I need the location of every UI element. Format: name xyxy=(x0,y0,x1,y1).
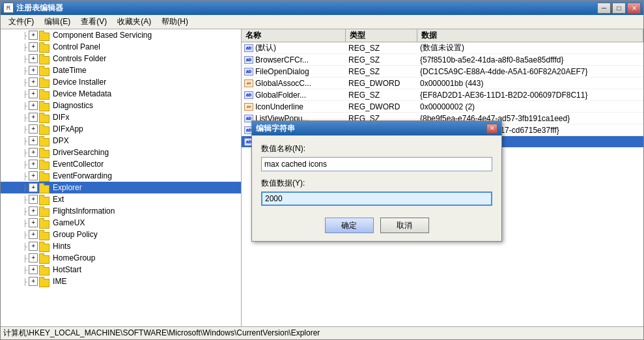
cancel-button[interactable]: 取消 xyxy=(380,218,429,233)
list-row[interactable]: ab(默认)REG_SZ(数值未设置) xyxy=(242,42,643,54)
dialog-body: 数值名称(N): 数值数据(Y): 确定 取消 xyxy=(252,135,501,241)
tree-item[interactable]: ├+EventForwarding xyxy=(1,170,241,182)
list-cell-type: REG_DWORD xyxy=(346,101,417,112)
menu-view[interactable]: 查看(V) xyxy=(76,15,112,29)
tree-item[interactable]: ├+DIFxApp xyxy=(1,123,241,135)
list-row[interactable]: abFileOpenDialogREG_SZ{DC1C5A9C-E88A-4dd… xyxy=(242,66,643,78)
list-cell-data: 0x00000002 (2) xyxy=(417,101,643,112)
tree-item-label: DPX xyxy=(53,136,69,145)
tree-item-label: Diagnostics xyxy=(53,101,93,110)
tree-item[interactable]: ├+Diagnostics xyxy=(1,100,241,111)
close-button[interactable]: ✕ xyxy=(627,3,641,14)
tree-item-label: Ext xyxy=(53,195,64,204)
tree-item-label: EventForwarding xyxy=(53,171,112,180)
dialog-title-bar: 编辑字符串 ✕ xyxy=(252,121,501,135)
list-cell-data: 0x000001bb (443) xyxy=(417,78,643,89)
list-cell-name: ##IconUnderline xyxy=(242,101,346,112)
list-cell-name: ab(默认) xyxy=(242,42,346,53)
tree-item[interactable]: ├+HotStart xyxy=(1,264,241,276)
tree-item[interactable]: ├+Explorer xyxy=(1,182,241,193)
list-cell-type: REG_DWORD xyxy=(346,78,417,89)
tree-item[interactable]: ├+Component Based Servicing xyxy=(1,29,241,41)
tree-item[interactable]: ├+Ext xyxy=(1,193,241,205)
tree-item-label: DIFx xyxy=(53,113,69,122)
tree-item[interactable]: ├+Device Installer xyxy=(1,76,241,88)
header-name[interactable]: 名称 xyxy=(242,29,346,42)
menu-bar: 文件(F) 编辑(E) 查看(V) 收藏夹(A) 帮助(H) xyxy=(1,15,643,29)
reg-icon: ## xyxy=(244,103,253,111)
menu-file[interactable]: 文件(F) xyxy=(3,15,39,29)
header-type[interactable]: 类型 xyxy=(346,29,417,42)
title-bar-buttons: ─ □ ✕ xyxy=(597,3,641,14)
tree-item-label: Control Panel xyxy=(53,42,100,51)
list-cell-type: REG_SZ xyxy=(346,54,417,65)
ok-button[interactable]: 确定 xyxy=(325,218,374,233)
folder-icon xyxy=(39,101,49,110)
reg-icon: ab xyxy=(244,91,253,99)
status-path: 计算机\HKEY_LOCAL_MACHINE\SOFTWARE\Microsof… xyxy=(3,328,320,339)
menu-favorites[interactable]: 收藏夹(A) xyxy=(112,15,156,29)
status-bar: 计算机\HKEY_LOCAL_MACHINE\SOFTWARE\Microsof… xyxy=(1,326,643,339)
list-cell-name: ##GlobalAssocC... xyxy=(242,78,346,89)
list-cell-type: REG_SZ xyxy=(346,66,417,77)
maximize-button[interactable]: □ xyxy=(612,3,626,14)
tree-item-label: Group Policy xyxy=(53,230,98,239)
tree-item[interactable]: ├+FlightsInformation xyxy=(1,205,241,217)
tree-item[interactable]: ├+DateTime xyxy=(1,64,241,76)
minimize-button[interactable]: ─ xyxy=(597,3,611,14)
list-row[interactable]: ##GlobalAssocC...REG_DWORD0x000001bb (44… xyxy=(242,78,643,89)
list-cell-name: abBrowserCFCr... xyxy=(242,54,346,65)
tree-item[interactable]: ├+Device Metadata xyxy=(1,88,241,100)
tree-item[interactable]: ├+EventCollector xyxy=(1,158,241,170)
folder-icon xyxy=(39,160,49,169)
header-data[interactable]: 数据 xyxy=(417,29,643,42)
dialog-buttons: 确定 取消 xyxy=(261,218,492,233)
tree-item-label: Device Installer xyxy=(53,78,106,87)
folder-icon xyxy=(39,78,49,87)
folder-icon xyxy=(39,277,49,286)
list-cell-name: abFileOpenDialog xyxy=(242,66,346,77)
menu-edit[interactable]: 编辑(E) xyxy=(39,15,76,29)
name-input[interactable] xyxy=(261,157,492,171)
folder-icon xyxy=(39,66,49,75)
list-cell-data: {57f8510b-a5e2-41da-a8f0-8a5ae85dfffd} xyxy=(417,54,643,65)
tree-item-label: DriverSearching xyxy=(53,148,109,157)
list-cell-data: (数值未设置) xyxy=(417,42,643,53)
tree-item-label: Hints xyxy=(53,242,70,251)
reg-icon: ab xyxy=(244,56,253,64)
tree-item[interactable]: ├+DPX xyxy=(1,135,241,147)
tree-pane[interactable]: ├+Component Based Servicing├+Control Pan… xyxy=(1,29,242,326)
folder-icon xyxy=(39,148,49,157)
tree-item[interactable]: ├+IME xyxy=(1,276,241,287)
tree-item[interactable]: ├+HomeGroup xyxy=(1,252,241,264)
data-input[interactable] xyxy=(261,191,492,206)
folder-icon xyxy=(39,89,49,98)
menu-help[interactable]: 帮助(H) xyxy=(156,15,193,29)
folder-icon xyxy=(39,242,49,251)
tree-item[interactable]: ├+DIFx xyxy=(1,111,241,123)
app-icon: R xyxy=(3,3,14,13)
folder-icon xyxy=(39,31,49,40)
tree-item[interactable]: ├+DriverSearching xyxy=(1,147,241,158)
reg-icon: ab xyxy=(244,68,253,76)
folder-icon xyxy=(39,195,49,204)
folder-icon xyxy=(39,42,49,51)
list-cell-type: REG_SZ xyxy=(346,89,417,100)
tree-item[interactable]: ├+Hints xyxy=(1,240,241,252)
folder-icon xyxy=(39,218,49,227)
tree-item-label: Explorer xyxy=(53,183,82,192)
name-label: 数值名称(N): xyxy=(261,143,492,154)
list-row[interactable]: abGlobalFolder...REG_SZ{EF8AD2D1-AE36-11… xyxy=(242,89,643,101)
tree-item-label: Device Metadata xyxy=(53,89,111,98)
tree-item[interactable]: ├+Group Policy xyxy=(1,229,241,240)
tree-item-label: DateTime xyxy=(53,66,87,75)
list-row[interactable]: abBrowserCFCr...REG_SZ{57f8510b-a5e2-41d… xyxy=(242,54,643,66)
list-row[interactable]: ##IconUnderlineREG_DWORD0x00000002 (2) xyxy=(242,101,643,113)
tree-item[interactable]: ├+GameUX xyxy=(1,217,241,229)
tree-item[interactable]: ├+Controls Folder xyxy=(1,53,241,64)
tree-item-label: DIFxApp xyxy=(53,124,83,134)
list-header: 名称 类型 数据 xyxy=(242,29,643,42)
tree-item[interactable]: ├+Control Panel xyxy=(1,41,241,53)
dialog-close-button[interactable]: ✕ xyxy=(486,124,497,134)
folder-icon xyxy=(39,206,49,216)
